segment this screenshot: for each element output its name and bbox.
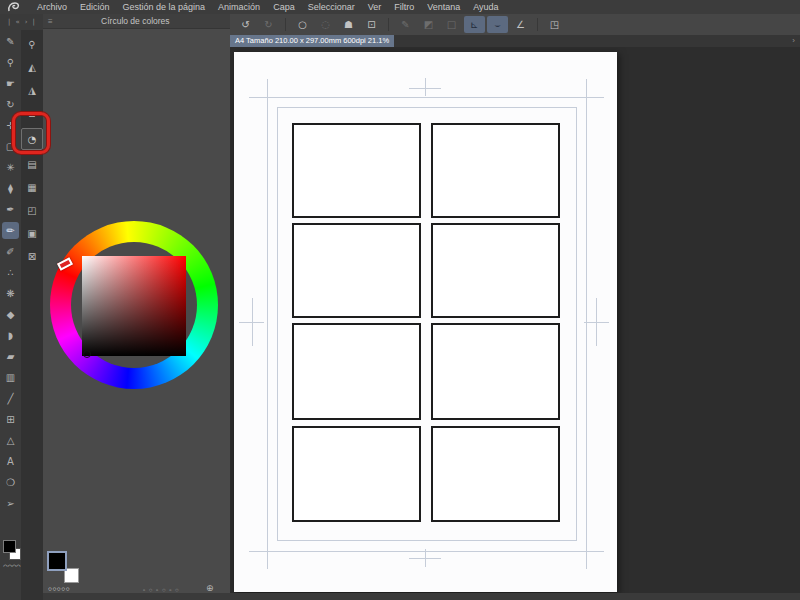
- comic-panel[interactable]: [292, 323, 421, 420]
- eyedropper-tool[interactable]: ⧫: [2, 180, 19, 197]
- comic-panel[interactable]: [292, 123, 421, 218]
- text-tool[interactable]: A: [2, 453, 19, 470]
- panel-settings-icon[interactable]: ⊕: [206, 583, 214, 593]
- register-mark-right: [584, 322, 609, 323]
- figure-tool[interactable]: ╱: [2, 390, 19, 407]
- menu-seleccionar[interactable]: Seleccionar: [308, 2, 355, 12]
- navigator-palette-icon[interactable]: ◭: [24, 59, 41, 76]
- register-mark-left: [239, 322, 264, 323]
- menu-archivo[interactable]: Archivo: [37, 2, 67, 12]
- document-page[interactable]: [234, 52, 617, 592]
- divider: [285, 18, 286, 31]
- auto-select-tool[interactable]: ✳: [2, 159, 19, 176]
- clip-studio-logo-icon: [7, 2, 20, 13]
- trim-guide-right: [586, 79, 587, 569]
- rotate-view-tool[interactable]: ↻: [2, 96, 19, 113]
- divider: [388, 18, 389, 31]
- menu-capa[interactable]: Capa: [273, 2, 295, 12]
- eraser-tool[interactable]: ◆: [2, 306, 19, 323]
- trim-guide-top: [249, 97, 604, 98]
- layer-palette-icon[interactable]: ▤: [24, 156, 41, 173]
- menu-filtro[interactable]: Filtro: [394, 2, 414, 12]
- balloon-tool[interactable]: ❍: [2, 474, 19, 491]
- trim-guide-bottom: [249, 551, 604, 552]
- quick-access-palette-icon[interactable]: ◮: [24, 82, 41, 99]
- rotate-canvas-button[interactable]: ◳: [544, 16, 565, 33]
- snap-to-ruler-button[interactable]: ⊾: [464, 16, 485, 33]
- hand-tool[interactable]: ☛: [2, 75, 19, 92]
- palette-dock-controls: |«›|: [0, 14, 43, 30]
- snap-to-special-ruler-button[interactable]: ⌣: [487, 16, 508, 33]
- menu-animacion[interactable]: Animación: [218, 2, 260, 12]
- pencil-tool[interactable]: ✏: [2, 222, 19, 239]
- register-mark-top: [409, 88, 441, 89]
- divider: [537, 18, 538, 31]
- comic-panel[interactable]: [431, 123, 560, 218]
- background-color-swatch[interactable]: [64, 568, 79, 583]
- blend-tool[interactable]: ◗: [2, 327, 19, 344]
- bucket-palette-icon[interactable]: ◰: [24, 202, 41, 219]
- crop-selection-button[interactable]: ⊡: [361, 16, 382, 33]
- subview-palette-icon[interactable]: ⚲: [24, 36, 41, 53]
- toolbar-overflow-icon[interactable]: ›: [792, 36, 795, 45]
- foreground-color-swatch[interactable]: [49, 553, 65, 569]
- color-panel-header[interactable]: ≡ Círculo de colores: [43, 14, 230, 29]
- pen-2-tool[interactable]: ✒: [2, 201, 19, 218]
- saturation-value-square[interactable]: [82, 256, 186, 356]
- polygon-palette-icon[interactable]: ▣: [24, 225, 41, 242]
- reselect-button[interactable]: ◌: [315, 16, 336, 33]
- dock-handle-2-icon[interactable]: |: [33, 18, 35, 26]
- storage-palette-icon[interactable]: ▦: [24, 179, 41, 196]
- close-palette-icon[interactable]: ⊠: [24, 248, 41, 265]
- trim-guide-left: [267, 79, 268, 569]
- transparent-color-icon[interactable]: ○○○○○: [48, 585, 70, 592]
- menu-edicion[interactable]: Edición: [80, 2, 110, 12]
- register-mark-bottom: [409, 558, 441, 559]
- ruler-tool[interactable]: △: [2, 432, 19, 449]
- collapse-palettes-icon[interactable]: «: [15, 18, 19, 26]
- redo-button[interactable]: ↻: [258, 16, 279, 33]
- frame-border-tool[interactable]: ⊞: [2, 411, 19, 428]
- saturation-value-cursor[interactable]: [83, 350, 91, 358]
- document-info-row: A4 Tamaño 210.00 x 297.00mm 600dpi 21.1%…: [230, 35, 800, 47]
- menubar: ArchivoEdiciónGestión de la páginaAnimac…: [0, 0, 800, 14]
- canvas-area[interactable]: [230, 47, 800, 593]
- color-wheel-panel: ○○○○○ ▫ ○ ▫ ○ ▫ ○ ⊕: [43, 29, 230, 600]
- app-window: ArchivoEdiciónGestión de la páginaAnimac…: [0, 0, 800, 600]
- undo-button[interactable]: ↺: [235, 16, 256, 33]
- comic-panel[interactable]: [431, 323, 560, 420]
- comic-panel[interactable]: [431, 223, 560, 318]
- command-bar: ↺↻○◌☗⊡✎◩□⊾⌣∠◳: [230, 14, 800, 35]
- comic-panel[interactable]: [431, 426, 560, 522]
- deselect-button[interactable]: ○: [292, 16, 313, 33]
- menu-ver[interactable]: Ver: [368, 2, 382, 12]
- foreground-color-swatch-small[interactable]: [3, 540, 16, 553]
- gradient-tool[interactable]: ▥: [2, 369, 19, 386]
- tutorial-highlight-box: [12, 112, 50, 154]
- menu-gestion-pagina[interactable]: Gestión de la página: [123, 2, 206, 12]
- airbrush-tool[interactable]: ∴: [2, 264, 19, 281]
- comic-panel[interactable]: [292, 223, 421, 318]
- panel-title: Círculo de colores: [53, 16, 230, 26]
- menu-ayuda[interactable]: Ayuda: [473, 2, 498, 12]
- expand-palettes-icon[interactable]: ›: [25, 18, 28, 26]
- flow-tool[interactable]: ➢: [2, 495, 19, 512]
- frame-toggle-button[interactable]: □: [441, 16, 462, 33]
- correct-line-button[interactable]: ✎: [395, 16, 416, 33]
- color-switch-icon[interactable]: ◠◠◠◠: [2, 563, 22, 569]
- pen-tool[interactable]: ✎: [2, 33, 19, 50]
- fill-tool[interactable]: ▰: [2, 348, 19, 365]
- register-mark-top: [425, 78, 426, 96]
- status-strip: [43, 593, 800, 600]
- snap-to-grid-button[interactable]: ∠: [510, 16, 531, 33]
- comic-panel[interactable]: [292, 426, 421, 522]
- brush-tool[interactable]: ✐: [2, 243, 19, 260]
- menu-ventana[interactable]: Ventana: [427, 2, 460, 12]
- document-info-badge: A4 Tamaño 210.00 x 297.00mm 600dpi 21.1%: [230, 35, 394, 47]
- gradient-toggle-button[interactable]: ◩: [418, 16, 439, 33]
- dock-handle-icon[interactable]: |: [8, 18, 10, 26]
- decoration-tool[interactable]: ❋: [2, 285, 19, 302]
- zoom-tool[interactable]: ⚲: [2, 54, 19, 71]
- fill-button[interactable]: ☗: [338, 16, 359, 33]
